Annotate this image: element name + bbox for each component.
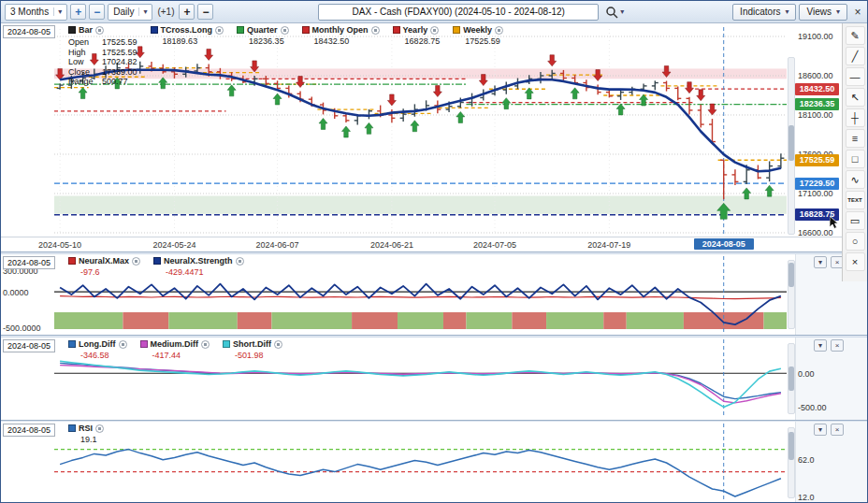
scrollbar-thumb[interactable]	[788, 432, 794, 460]
chevron-down-icon: ▾	[138, 7, 147, 16]
range-select[interactable]: 3 Months ▾	[5, 4, 67, 21]
chevron-down-icon: ▾	[620, 7, 624, 16]
trendline-tool-icon[interactable]: ╱	[846, 47, 865, 65]
chevron-down-icon: ▾	[836, 7, 840, 16]
visibility-toggle-icon[interactable]	[132, 257, 140, 266]
legend-item-medium-diff[interactable]: Medium.Diff -417.44	[140, 339, 210, 360]
series-swatch	[302, 26, 310, 34]
series-name: NeuralX.Strength	[164, 256, 233, 266]
series-name: RSI	[79, 424, 93, 433]
panel-splitter[interactable]	[1, 252, 868, 254]
visibility-toggle-icon[interactable]	[215, 26, 224, 35]
offset-increase-button[interactable]: +	[179, 4, 195, 20]
series-name: Short.Diff	[233, 339, 271, 349]
heat-block	[603, 312, 626, 329]
visibility-toggle-icon[interactable]	[281, 26, 289, 35]
callout-tool-icon[interactable]: □	[846, 150, 865, 168]
panel-collapse-button[interactable]: ▾	[814, 256, 827, 268]
legend-item-neuralx-max[interactable]: NeuralX.Max -97.6	[68, 256, 140, 277]
up-arrow-signal	[319, 118, 327, 129]
range-increase-button[interactable]: +	[70, 4, 86, 20]
rsi-panel: 62.012.0 2024-08-05 RSI 19.1 ▾ ×	[1, 422, 868, 503]
period-select[interactable]: Daily ▾	[108, 4, 152, 21]
legend-item-yearly[interactable]: Yearly 16828.75	[393, 25, 441, 46]
visibility-toggle-icon[interactable]	[119, 340, 127, 349]
ohlc-value: 17525.59	[102, 37, 137, 48]
ohlc-label: Close	[68, 67, 96, 78]
panel-close-button[interactable]: ×	[831, 424, 844, 436]
series-swatch	[68, 26, 76, 34]
visibility-toggle-icon[interactable]	[371, 26, 380, 35]
legend-item-rsi[interactable]: RSI 19.1	[68, 424, 104, 444]
ellipse-tool-icon[interactable]: ○	[846, 232, 865, 251]
chevron-down-icon: ▾	[53, 7, 62, 16]
down-arrow-signal	[708, 104, 716, 115]
visibility-toggle-icon[interactable]	[274, 340, 282, 349]
delete-tool-icon[interactable]: ×	[846, 252, 865, 271]
scrollbar-thumb[interactable]	[788, 125, 794, 161]
series-value: -417.44	[152, 351, 210, 360]
search-button[interactable]: ▾	[601, 4, 628, 21]
price-band	[54, 196, 787, 214]
legend-item-quarter[interactable]: Quarter 18236.35	[237, 25, 289, 46]
legend-item-long-diff[interactable]: Long.Diff -346.58	[68, 339, 127, 360]
diff-panel: 0.00-500.00 2024-08-05 Long.Diff -346.58…	[1, 338, 868, 420]
legend-item-neuralx-strength[interactable]: NeuralX.Strength -429.4471	[153, 256, 244, 277]
visibility-toggle-icon[interactable]	[95, 26, 104, 35]
heat-block	[238, 312, 272, 329]
panel-vertical-scrollbar[interactable]	[788, 260, 795, 329]
legend-item-tcross[interactable]: TCross.Long 18189.63	[151, 25, 224, 46]
panel-vertical-scrollbar[interactable]	[788, 427, 795, 498]
close-icon[interactable]: ×	[850, 5, 865, 20]
range-decrease-button[interactable]: −	[89, 4, 105, 20]
panel-close-button[interactable]: ×	[831, 339, 844, 352]
visibility-toggle-icon[interactable]	[236, 257, 244, 266]
up-arrow-signal	[456, 111, 465, 122]
top-toolbar: 3 Months ▾ + − Daily ▾ (+1) + − DAX - Ca…	[1, 1, 868, 23]
series-name: TCross.Long	[161, 25, 213, 35]
legend-item-monthly-open[interactable]: Monthly Open 18432.50	[302, 25, 380, 46]
offset-decrease-button[interactable]: −	[197, 4, 213, 20]
series-value: -429.4471	[166, 267, 244, 277]
views-label: Views	[806, 7, 832, 17]
legend-item-bar[interactable]: Bar Open17525.59 High17525.59 Low17024.8…	[68, 25, 137, 87]
wave-tool-icon[interactable]: ∿	[846, 170, 865, 189]
visibility-toggle-icon[interactable]	[430, 26, 439, 35]
text-tool-icon[interactable]: TEXT	[846, 191, 865, 209]
main-vertical-scrollbar[interactable]	[788, 57, 795, 235]
legend-item-weekly[interactable]: Weekly 17525.59	[453, 25, 503, 46]
pencil-tool-icon[interactable]: ✎	[846, 26, 865, 45]
views-button[interactable]: Views ▾	[799, 4, 847, 21]
series-value: 19.1	[80, 435, 104, 444]
visibility-toggle-icon[interactable]	[201, 340, 210, 349]
panel-splitter[interactable]	[1, 420, 868, 422]
series-name: NeuralX.Max	[79, 256, 129, 266]
series-swatch	[140, 340, 148, 348]
series-value: 18189.63	[163, 36, 224, 46]
scrollbar-thumb[interactable]	[788, 263, 794, 287]
heat-block	[443, 312, 466, 329]
rectangle-tool-icon[interactable]: ▭	[846, 211, 865, 230]
panel-vertical-scrollbar[interactable]	[788, 343, 795, 414]
series-name: Quarter	[247, 25, 278, 35]
visibility-toggle-icon[interactable]	[95, 424, 104, 433]
levels-tool-icon[interactable]: ≡	[846, 129, 865, 148]
panel-splitter[interactable]	[1, 335, 868, 338]
indicators-button[interactable]: Indicators ▾	[732, 4, 796, 21]
cursor-date-box: 2024-08-05	[3, 256, 55, 269]
short-diff-line	[60, 361, 781, 407]
panel-collapse-button[interactable]: ▾	[814, 339, 827, 352]
search-icon	[605, 6, 618, 19]
series-name: Long.Diff	[79, 339, 116, 349]
scrollbar-thumb[interactable]	[788, 366, 794, 391]
visibility-toggle-icon[interactable]	[495, 26, 503, 35]
panel-collapse-button[interactable]: ▾	[814, 424, 827, 436]
horizontal-line-tool-icon[interactable]: —	[846, 67, 865, 86]
neuralx-panel: 300.00000.0000-500.0000 2024-08-05 Neura…	[1, 254, 868, 335]
crosshair-tool-icon[interactable]: ┼	[846, 108, 865, 127]
x-axis-label: 2024-07-05	[463, 240, 527, 250]
legend-item-short-diff[interactable]: Short.Diff -501.98	[223, 339, 282, 360]
pointer-tool-icon[interactable]: ↖	[846, 88, 865, 107]
symbol-title[interactable]: DAX - Cash (FDAXY00) (2024-05-10 - 2024-…	[318, 4, 599, 21]
rsi-chart[interactable]	[1, 422, 795, 503]
